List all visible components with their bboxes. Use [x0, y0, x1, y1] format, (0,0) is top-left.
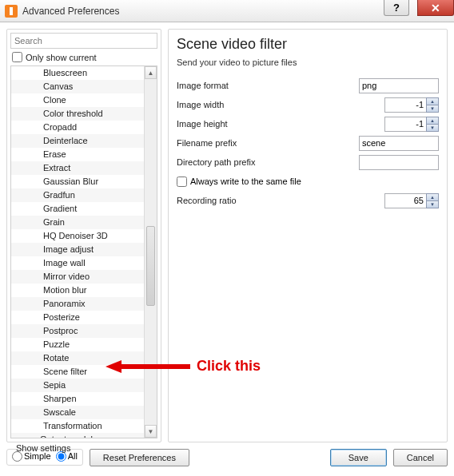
dir-prefix-input[interactable] — [359, 155, 439, 170]
row-filename-prefix: Filename prefix — [177, 134, 439, 152]
image-width-stepper[interactable]: ▲▼ — [384, 97, 439, 113]
scrollbar[interactable]: ▲ ▼ — [144, 66, 157, 438]
spin-down-icon[interactable]: ▼ — [426, 200, 439, 208]
row-always-write: Always write to the same file — [177, 173, 439, 190]
always-write-box[interactable] — [177, 177, 187, 187]
panel-subtitle: Send your video to picture files — [177, 58, 439, 67]
row-image-height: Image height ▲▼ — [177, 115, 439, 133]
tree-item[interactable]: Gaussian Blur — [11, 175, 157, 188]
filename-prefix-input[interactable] — [359, 136, 439, 151]
row-image-format: Image format — [177, 77, 439, 94]
tree-item[interactable]: Grain — [11, 216, 157, 229]
image-width-label: Image width — [177, 100, 329, 109]
image-height-label: Image height — [177, 119, 329, 129]
tree-item[interactable]: Deinterlace — [11, 134, 157, 148]
client-area: Only show current BluescreenCanvasCloneC… — [0, 22, 454, 446]
image-height-input[interactable] — [384, 117, 426, 132]
save-button[interactable]: Save — [330, 449, 387, 466]
tree-item[interactable]: Sharpen — [11, 392, 157, 406]
scroll-up-icon[interactable]: ▲ — [145, 66, 157, 79]
tree-box: BluescreenCanvasCloneColor thresholdCrop… — [10, 65, 157, 438]
tree-item[interactable]: Gradient — [11, 202, 157, 216]
spin-up-icon[interactable]: ▲ — [426, 117, 439, 124]
image-format-label: Image format — [177, 81, 329, 90]
tree-item[interactable]: Erase — [11, 148, 157, 161]
tree-item[interactable]: Puzzle — [11, 338, 157, 351]
tree-item[interactable]: Sepia — [11, 379, 157, 392]
dir-prefix-label: Directory path prefix — [177, 157, 329, 167]
tree-item[interactable]: Canvas — [11, 80, 157, 93]
tree-item[interactable]: Postproc — [11, 324, 157, 338]
only-show-current-box[interactable] — [12, 52, 22, 62]
tree-item[interactable]: Extract — [11, 161, 157, 175]
tree-item[interactable]: Panoramix — [11, 297, 157, 311]
row-recording-ratio: Recording ratio ▲▼ — [177, 192, 439, 209]
tree-item[interactable]: Mirror video — [11, 270, 157, 284]
bottom-bar: Show settings Simple All Reset Preferenc… — [0, 446, 454, 473]
tree-item[interactable]: Cropadd — [11, 121, 157, 134]
image-height-stepper[interactable]: ▲▼ — [384, 117, 439, 132]
row-dir-prefix: Directory path prefix — [177, 153, 439, 171]
tree-item[interactable]: Motion blur — [11, 284, 157, 297]
tree-item[interactable]: Image adjust — [11, 243, 157, 256]
recording-ratio-label: Recording ratio — [177, 196, 329, 205]
right-panel: Scene video filter Send your video to pi… — [168, 29, 448, 442]
only-show-current-checkbox[interactable]: Only show current — [12, 52, 157, 62]
tree-item[interactable]: Bluescreen — [11, 66, 157, 80]
row-image-width: Image width ▲▼ — [177, 96, 439, 113]
help-button[interactable]: ? — [384, 0, 409, 16]
panel-title: Scene video filter — [177, 36, 439, 53]
left-panel: Only show current BluescreenCanvasCloneC… — [6, 29, 161, 442]
tree-item[interactable]: Transformation — [11, 419, 157, 433]
only-show-current-label: Only show current — [26, 53, 97, 62]
window-controls: ? ✕ — [384, 0, 454, 22]
tree-item[interactable]: Output modules — [11, 433, 157, 438]
tree-item[interactable]: Rotate — [11, 351, 157, 365]
tree-item[interactable]: Scene filter — [11, 365, 157, 379]
tree-item[interactable]: Image wall — [11, 256, 157, 270]
image-format-input[interactable] — [359, 78, 439, 93]
tree-list[interactable]: BluescreenCanvasCloneColor thresholdCrop… — [11, 66, 157, 438]
scroll-down-icon[interactable]: ▼ — [145, 425, 157, 438]
show-settings-group: Show settings Simple All — [6, 449, 83, 466]
filename-prefix-label: Filename prefix — [177, 138, 329, 148]
search-input[interactable] — [10, 33, 157, 49]
tree-item[interactable]: Color threshold — [11, 107, 157, 121]
tree-item[interactable]: Posterize — [11, 311, 157, 324]
tree-item[interactable]: Swscale — [11, 406, 157, 419]
recording-ratio-input[interactable] — [384, 193, 426, 208]
spin-up-icon[interactable]: ▲ — [426, 97, 439, 105]
close-button[interactable]: ✕ — [417, 0, 454, 16]
always-write-label: Always write to the same file — [190, 177, 301, 186]
image-width-input[interactable] — [384, 97, 426, 113]
tree-item[interactable]: Gradfun — [11, 188, 157, 202]
reset-button[interactable]: Reset Preferences — [90, 449, 189, 466]
tree-item[interactable]: Clone — [11, 93, 157, 107]
scroll-thumb[interactable] — [146, 226, 155, 306]
tree-item[interactable]: HQ Denoiser 3D — [11, 229, 157, 243]
titlebar: Advanced Preferences ? ✕ — [0, 0, 454, 22]
spin-down-icon[interactable]: ▼ — [426, 124, 439, 132]
window-title: Advanced Preferences — [22, 6, 119, 17]
recording-ratio-stepper[interactable]: ▲▼ — [384, 193, 439, 208]
cancel-button[interactable]: Cancel — [393, 449, 448, 466]
always-write-checkbox[interactable]: Always write to the same file — [177, 177, 301, 187]
spin-down-icon[interactable]: ▼ — [426, 105, 439, 113]
vlc-icon — [5, 5, 18, 18]
spin-up-icon[interactable]: ▲ — [426, 193, 439, 200]
